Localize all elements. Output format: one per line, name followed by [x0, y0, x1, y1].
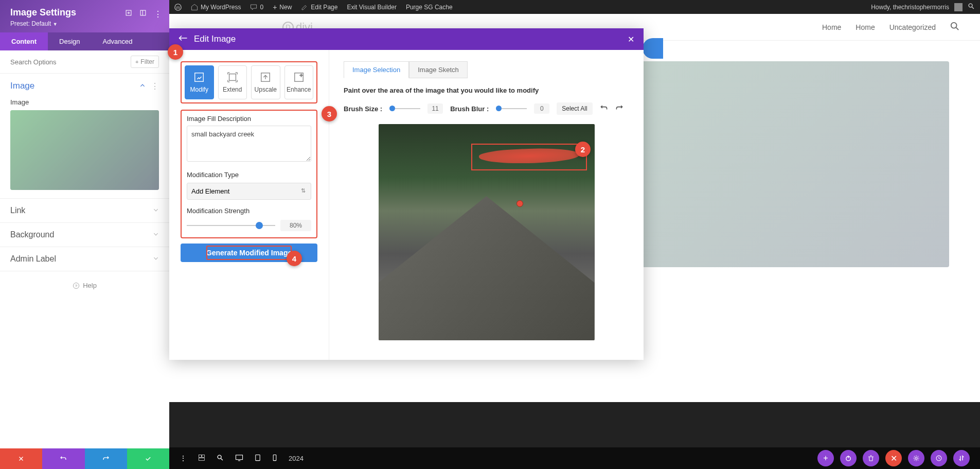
- new-label: New: [279, 4, 292, 11]
- section-image[interactable]: Image ⋮: [0, 74, 169, 98]
- wp-logo[interactable]: [174, 4, 182, 11]
- section-admin-label[interactable]: Admin Label: [0, 247, 169, 271]
- trash-circle[interactable]: [863, 450, 879, 466]
- chevron-up-icon: [139, 81, 146, 91]
- svg-point-16: [218, 455, 221, 459]
- svg-rect-5: [140, 10, 146, 15]
- close-circle[interactable]: ✕: [885, 450, 902, 466]
- nav-home2[interactable]: Home: [856, 23, 875, 31]
- section-background[interactable]: Background: [0, 223, 169, 247]
- add-circle[interactable]: +: [817, 450, 834, 466]
- wireframe-icon[interactable]: [198, 454, 205, 463]
- avatar[interactable]: [954, 3, 963, 11]
- gear-circle[interactable]: [908, 450, 924, 466]
- cancel-button[interactable]: [0, 448, 42, 469]
- sort-circle[interactable]: [953, 450, 970, 466]
- expand-icon[interactable]: [125, 9, 132, 19]
- edit-page[interactable]: Edit Page: [301, 4, 337, 11]
- section-link[interactable]: Link: [0, 199, 169, 222]
- chevron-down-icon: [153, 206, 159, 215]
- undo-paint-icon[interactable]: [600, 104, 608, 114]
- search-input[interactable]: [10, 58, 131, 66]
- svg-rect-17: [236, 455, 242, 459]
- brush-size-slider[interactable]: [389, 108, 420, 109]
- exit-visual-builder[interactable]: Exit Visual Builder: [347, 4, 397, 11]
- brush-blur-label: Brush Blur :: [450, 105, 489, 113]
- site-name[interactable]: My WordPress: [191, 4, 241, 11]
- filter-button[interactable]: +Filter: [131, 56, 159, 68]
- mobile-icon[interactable]: [272, 454, 277, 463]
- close-icon[interactable]: ✕: [628, 34, 634, 44]
- year-text: 2024: [289, 455, 304, 462]
- section-more-icon[interactable]: ⋮: [151, 81, 159, 91]
- nav-uncategorized[interactable]: Uncategorized: [889, 23, 936, 31]
- redo-paint-icon[interactable]: [615, 104, 623, 114]
- toolbar-more-icon[interactable]: ⋮: [180, 454, 187, 462]
- settings-tabs: Content Design Advanced: [0, 32, 169, 50]
- back-icon[interactable]: [179, 34, 188, 44]
- action-buttons: Modify Extend Upscale Enhance: [181, 61, 317, 103]
- svg-rect-9: [195, 73, 204, 82]
- tab-content[interactable]: Content: [0, 32, 48, 50]
- select-all-button[interactable]: Select All: [557, 102, 592, 115]
- svg-point-21: [915, 457, 917, 459]
- panel-icon[interactable]: [139, 9, 147, 19]
- new-button[interactable]: +New: [273, 3, 292, 11]
- settings-footer: [0, 448, 169, 469]
- strength-slider[interactable]: [187, 225, 275, 226]
- zoom-icon[interactable]: [217, 454, 224, 463]
- annotation-2: 2: [575, 142, 591, 157]
- tab-design[interactable]: Design: [48, 32, 91, 50]
- comments-count: 0: [260, 4, 263, 11]
- chevron-down-icon: [153, 230, 159, 239]
- desktop-icon[interactable]: [235, 454, 243, 463]
- fill-description-label: Image Fill Description: [187, 115, 311, 123]
- svg-point-0: [175, 4, 182, 10]
- help-link[interactable]: ?Help: [0, 271, 169, 300]
- annotation-3: 3: [322, 106, 337, 121]
- power-circle[interactable]: [840, 450, 857, 466]
- history-circle[interactable]: [931, 450, 947, 466]
- nav-search-icon[interactable]: [950, 22, 959, 32]
- save-button[interactable]: [127, 448, 169, 469]
- svg-rect-3: [126, 10, 131, 15]
- modal-header: Edit Image ✕: [169, 28, 644, 50]
- howdy-text[interactable]: Howdy, thechristophermorris: [871, 4, 949, 11]
- more-icon[interactable]: ⋮: [154, 9, 162, 19]
- brush-blur-slider[interactable]: [496, 108, 527, 109]
- fill-description-input[interactable]: [187, 126, 311, 162]
- redo-button[interactable]: [85, 448, 127, 469]
- undo-button[interactable]: [42, 448, 84, 469]
- brush-blur-value: 0: [534, 103, 549, 114]
- modal-right-panel: Image Selection Image Sketch Paint over …: [329, 50, 644, 360]
- annotation-1: 1: [168, 44, 183, 60]
- annotation-4: 4: [287, 251, 302, 266]
- upscale-button[interactable]: Upscale: [251, 65, 280, 99]
- purge-cache[interactable]: Purge SG Cache: [406, 4, 453, 11]
- svg-rect-12: [295, 73, 304, 82]
- description-box: Image Fill Description Modification Type…: [181, 110, 317, 238]
- nav-home[interactable]: Home: [822, 23, 841, 31]
- tablet-icon[interactable]: [255, 454, 261, 463]
- mod-type-select[interactable]: Add Element: [187, 183, 311, 200]
- svg-rect-19: [273, 455, 276, 460]
- edit-page-label: Edit Page: [311, 4, 337, 11]
- settings-header: Image Settings Preset: Default ▼ ⋮: [0, 0, 169, 32]
- paint-canvas[interactable]: [379, 124, 595, 340]
- modify-button[interactable]: Modify: [185, 65, 214, 99]
- preset-selector[interactable]: Preset: Default ▼: [10, 20, 159, 27]
- svg-point-1: [969, 4, 972, 7]
- enhance-button[interactable]: Enhance: [284, 65, 314, 99]
- svg-rect-15: [199, 458, 204, 460]
- brush-controls: Brush Size : 11 Brush Blur : 0 Select Al…: [344, 102, 629, 115]
- image-thumbnail[interactable]: [10, 110, 159, 190]
- chevron-down-icon: [153, 254, 159, 264]
- tab-image-sketch[interactable]: Image Sketch: [409, 61, 468, 78]
- extend-button[interactable]: Extend: [218, 65, 247, 99]
- tab-advanced[interactable]: Advanced: [92, 32, 144, 50]
- comments[interactable]: 0: [250, 4, 263, 11]
- search-icon[interactable]: [968, 3, 975, 11]
- modal-title: Edit Image: [194, 34, 236, 44]
- bottom-toolbar: ⋮ 2024 + ✕: [169, 447, 980, 469]
- tab-image-selection[interactable]: Image Selection: [344, 61, 409, 78]
